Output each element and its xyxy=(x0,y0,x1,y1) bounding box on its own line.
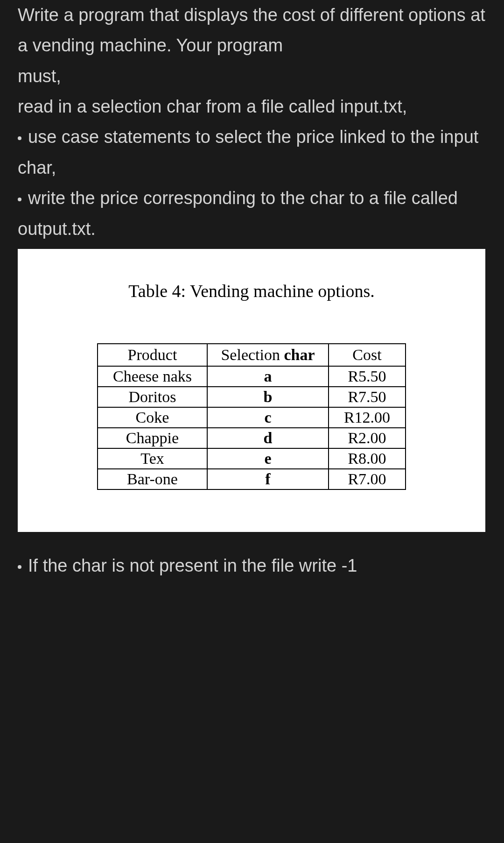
cell-cost: R7.50 xyxy=(329,387,406,407)
cell-product: Doritos xyxy=(98,387,207,407)
cell-cost: R12.00 xyxy=(329,407,406,428)
cell-char: f xyxy=(207,469,329,489)
table-row: Cheese naks a R5.50 xyxy=(98,366,406,387)
header-cost: Cost xyxy=(329,344,406,366)
problem-statement: Write a program that displays the cost o… xyxy=(0,0,504,581)
table-figure: Table 4: Vending machine options. Produc… xyxy=(18,249,485,532)
table-caption: Table 4: Vending machine options. xyxy=(32,281,471,301)
table-row: Coke c R12.00 xyxy=(98,407,406,428)
cell-cost: R2.00 xyxy=(329,428,406,448)
header-selection-char: Selection char xyxy=(207,344,329,366)
cell-char: c xyxy=(207,407,329,428)
cell-cost: R5.50 xyxy=(329,366,406,387)
cell-cost: R7.00 xyxy=(329,469,406,489)
header-product: Product xyxy=(98,344,207,366)
instruction-paragraph-3: read in a selection char from a file cal… xyxy=(18,92,486,122)
cell-product: Cheese naks xyxy=(98,366,207,387)
table-row: Tex e R8.00 xyxy=(98,448,406,469)
cell-product: Chappie xyxy=(98,428,207,448)
instruction-paragraph-2: must, xyxy=(18,61,486,92)
instruction-bullet-3: If the char is not present in the file w… xyxy=(18,551,486,581)
cell-char: e xyxy=(207,448,329,469)
table-header-row: Product Selection char Cost xyxy=(98,344,406,366)
instruction-bullet-1: use case statements to select the price … xyxy=(18,122,486,183)
cell-cost: R8.00 xyxy=(329,448,406,469)
cell-product: Bar-one xyxy=(98,469,207,489)
cell-product: Tex xyxy=(98,448,207,469)
cell-char: a xyxy=(207,366,329,387)
bullet-icon xyxy=(18,136,21,140)
cell-char: d xyxy=(207,428,329,448)
cell-char: b xyxy=(207,387,329,407)
bullet-icon xyxy=(18,198,21,201)
table-row: Chappie d R2.00 xyxy=(98,428,406,448)
table-row: Bar-one f R7.00 xyxy=(98,469,406,489)
table-row: Doritos b R7.50 xyxy=(98,387,406,407)
cell-product: Coke xyxy=(98,407,207,428)
instruction-bullet-2: write the price corresponding to the cha… xyxy=(18,183,486,244)
instruction-paragraph-1: Write a program that displays the cost o… xyxy=(18,0,486,61)
vending-options-table: Product Selection char Cost Cheese naks … xyxy=(97,343,406,490)
bullet-icon xyxy=(18,565,21,569)
